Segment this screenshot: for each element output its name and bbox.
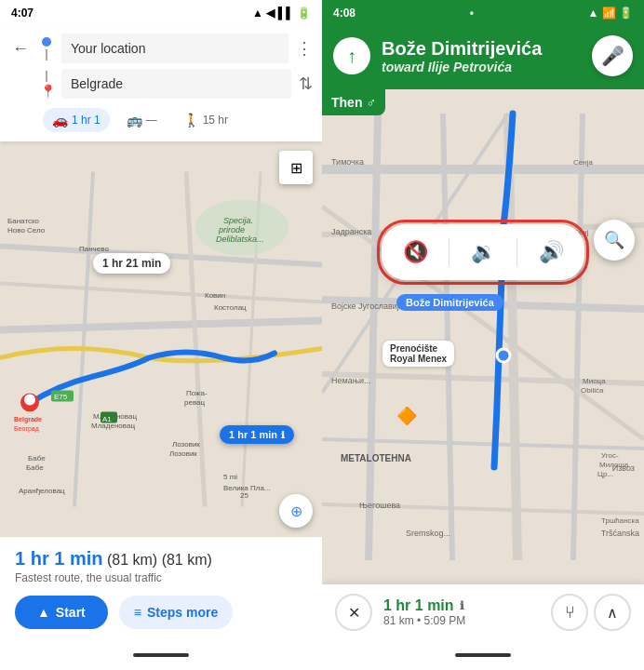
walk-mode-button[interactable]: 🚶 15 hr — [174, 108, 237, 132]
bus-icon: 🚌 — [127, 113, 142, 127]
svg-text:Костолац: Костолац — [214, 303, 247, 312]
sound-panel: 🔇 🔉 🔊 — [382, 224, 584, 280]
start-button[interactable]: ▲ Start — [15, 596, 108, 629]
dest-dots: 📍 — [39, 71, 54, 98]
transit-mode-label: — — [146, 114, 157, 127]
distance-km: (81 km) — [162, 552, 212, 568]
svg-point-63 — [497, 349, 510, 362]
swap-button[interactable]: ⇅ — [299, 74, 313, 94]
eta-info-icon: ℹ — [460, 599, 464, 612]
action-buttons: ▲ Start ≡ Steps more — [15, 596, 307, 629]
left-status-icons: ▲ ◀ ▌▌ 🔋 — [252, 7, 311, 20]
left-map[interactable]: Банатско Ново Село Specija. prirode Deli… — [0, 141, 322, 537]
svg-text:E75: E75 — [54, 393, 68, 401]
svg-text:Бабе: Бабе — [26, 463, 44, 472]
sound-divider-1 — [449, 238, 449, 266]
origin-input[interactable]: Your location — [61, 34, 288, 63]
svg-text:Јадранска: Јадранска — [331, 227, 371, 236]
navigation-bottom-bar: ✕ 1 hr 1 min ℹ 81 km • 5:09 PM ⑂ ∧ — [322, 584, 644, 640]
nav-details: 81 km • 5:09 PM — [383, 614, 540, 627]
svg-text:Ново Село: Ново Село — [7, 226, 46, 234]
duration-line: 1 hr 1 min (81 km) (81 km) — [15, 548, 307, 570]
route-line — [46, 49, 47, 60]
expand-panel-button[interactable]: ∧ — [594, 594, 631, 631]
route-line2 — [46, 71, 47, 82]
right-status-icons: ▲ 📶 🔋 — [587, 7, 633, 20]
svg-text:Панчево: Панчево — [79, 245, 109, 253]
right-home-indicator[interactable] — [455, 653, 511, 657]
mute-option[interactable]: 🔇 — [396, 234, 434, 271]
mic-icon: 🎤 — [601, 45, 624, 67]
microphone-button[interactable]: 🎤 — [592, 35, 633, 76]
route-dots — [39, 37, 54, 60]
right-panel: 4:08 • ▲ 📶 🔋 ↑ Bože Dimitrijevića toward… — [322, 0, 644, 670]
walk-mode-label: 15 hr — [203, 114, 228, 127]
right-status-dot: • — [470, 7, 474, 20]
toward-label: toward Ilije Petrovića — [382, 60, 581, 74]
map-background: Банатско Ново Село Specija. prirode Deli… — [0, 141, 322, 537]
svg-text:Банатско: Банатско — [7, 217, 40, 225]
route-summary: 1 hr 1 min (81 km) (81 km) Fastest route… — [0, 537, 322, 640]
close-icon: ✕ — [348, 604, 360, 622]
drive-mode-button[interactable]: 🚗 1 hr 1 — [43, 108, 110, 132]
origin-row: ← Your location ⋮ — [9, 34, 313, 63]
info-icon: ℹ — [281, 430, 285, 440]
chevron-up-icon: ∧ — [607, 604, 618, 622]
svg-text:Немањи...: Немањи... — [331, 376, 371, 385]
svg-text:Specija.: Specija. — [223, 216, 253, 225]
alternative-routes-button[interactable]: ⑂ — [551, 594, 588, 631]
close-navigation-button[interactable]: ✕ — [335, 594, 372, 631]
svg-point-33 — [24, 395, 35, 406]
nav-duration: 1 hr 1 min ℹ — [383, 597, 540, 614]
duration-value: 1 hr 1 min — [15, 548, 102, 569]
destination-input[interactable]: Belgrade — [61, 69, 291, 99]
svg-text:Deliblatska...: Deliblatska... — [216, 234, 264, 244]
then-badge: Then ♂ — [322, 89, 385, 115]
sound-panel-border: 🔇 🔉 🔊 — [377, 220, 589, 285]
svg-text:ревац: ревац — [184, 398, 206, 407]
izvoz-label: Извоз — [612, 463, 635, 473]
back-button[interactable]: ← — [9, 39, 32, 59]
nav-duration-info: 1 hr 1 min ℹ 81 km • 5:09 PM — [372, 597, 551, 627]
right-time: 4:08 — [333, 7, 356, 20]
layers-button[interactable]: ⊞ — [279, 151, 313, 184]
left-panel: 4:07 ▲ ◀ ▌▌ 🔋 ← Your location ⋮ 📍 Belgra… — [0, 0, 322, 670]
trsc-label: Tršćanska — [601, 529, 639, 538]
orange-pin: 🔶 — [396, 406, 417, 426]
search-icon: 🔍 — [604, 230, 624, 250]
layers-icon: ⊞ — [290, 159, 302, 177]
low-volume-icon: 🔉 — [471, 240, 496, 264]
right-map-svg: Тимочка Јадранска Војске Југославије Нем… — [322, 89, 644, 584]
sremskog-label: Sremskog... — [406, 529, 450, 538]
walk-icon: 🚶 — [183, 113, 199, 127]
left-nav-bar — [0, 640, 322, 670]
my-location-button[interactable]: ⊕ — [279, 494, 313, 528]
right-map[interactable]: Тимочка Јадранска Војске Југославије Нем… — [322, 89, 644, 584]
toward-street: Ilije Petrovića — [428, 60, 512, 74]
svg-text:Војске Југославије: Војске Југославије — [331, 302, 404, 311]
home-indicator[interactable] — [133, 653, 189, 657]
origin-dot — [42, 37, 51, 47]
svg-text:Београд: Београд — [14, 425, 39, 433]
transit-mode-button[interactable]: 🚌 — — [117, 108, 167, 132]
svg-text:A1: A1 — [102, 415, 112, 423]
svg-text:Аранђеловац: Аранђеловац — [19, 487, 65, 495]
svg-text:Миоца: Миоца — [583, 377, 606, 385]
svg-text:Сенја: Сенја — [573, 158, 593, 167]
more-options-button[interactable]: ⋮ — [296, 38, 313, 59]
street-info: Bože Dimitrijevića toward Ilije Petrović… — [370, 38, 592, 74]
nav-header: ↑ Bože Dimitrijevića toward Ilije Petrov… — [322, 26, 644, 89]
my-location-icon: ⊕ — [290, 502, 302, 520]
svg-text:prirode: prirode — [218, 225, 245, 234]
full-volume-option[interactable]: 🔊 — [532, 234, 570, 271]
svg-text:Лозовик: Лозовик — [169, 449, 197, 458]
destination-pin: 📍 — [40, 85, 53, 98]
low-volume-option[interactable]: 🔉 — [464, 234, 502, 271]
street-name: Bože Dimitrijevića — [382, 38, 581, 60]
direction-arrow: ↑ — [333, 37, 370, 74]
search-button[interactable]: 🔍 — [594, 220, 635, 261]
steps-more-button[interactable]: ≡ Steps more — [119, 596, 233, 629]
travel-modes: 🚗 1 hr 1 🚌 — 🚶 15 hr — [9, 104, 313, 134]
drive-mode-label: 1 hr 1 — [72, 114, 101, 127]
distance-value: (81 km) — [107, 552, 157, 568]
